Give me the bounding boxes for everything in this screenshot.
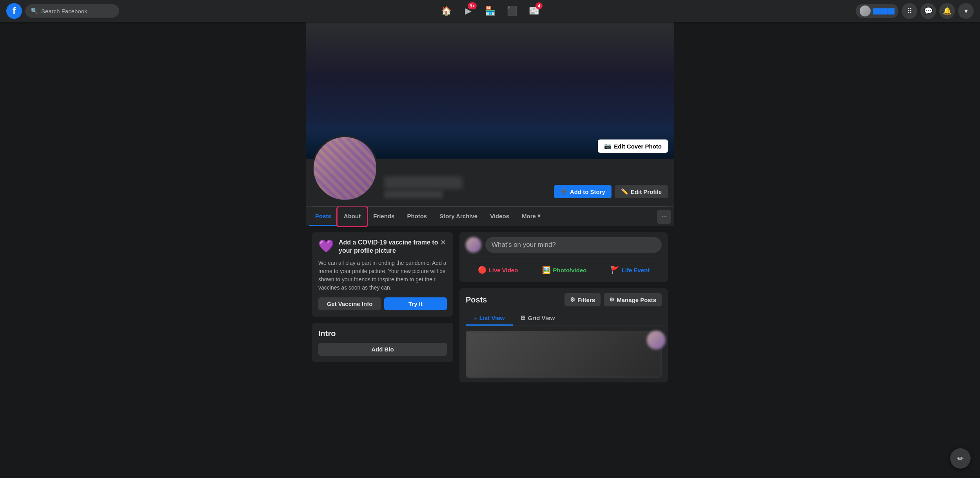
composer-top: What's on your mind? (466, 237, 662, 257)
grid-icon: ⠿ (907, 7, 912, 15)
profile-chip[interactable]: ██████ (856, 4, 898, 18)
list-view-button[interactable]: ≡ List View (466, 311, 513, 326)
floating-edit-button[interactable]: ✏ (950, 448, 971, 469)
grid-menu-button[interactable]: ⠿ (902, 3, 917, 19)
search-icon: 🔍 (31, 7, 38, 14)
photo-video-button[interactable]: 🖼️ Photo/video (536, 263, 593, 277)
manage-posts-button[interactable]: ⚙ Manage Posts (604, 293, 662, 306)
covid-icon: 💜 (318, 239, 334, 255)
composer-avatar (466, 237, 481, 253)
marketplace-nav-button[interactable]: 🏪 (481, 2, 499, 20)
tab-friends[interactable]: Friends (367, 207, 401, 226)
filters-button[interactable]: ⚙ Filters (564, 293, 601, 306)
filters-icon: ⚙ (570, 296, 575, 303)
tab-more[interactable]: More ▾ (515, 207, 547, 226)
live-video-button[interactable]: 🔴 Live Video (472, 263, 524, 277)
post-preview (466, 331, 662, 378)
main-content: ✕ 💜 Add a COVID-19 vaccine frame to your… (306, 226, 674, 389)
post-preview-image (466, 331, 662, 378)
profile-actions: ➕ Add to Story ✏️ Edit Profile (554, 185, 668, 201)
profile-chip-avatar (860, 5, 871, 16)
intro-card: Intro Add Bio (312, 323, 453, 362)
news-badge: 4 (535, 2, 543, 9)
photo-icon: 🖼️ (542, 266, 551, 274)
posts-section-title: Posts (466, 295, 487, 304)
profile-info: ➕ Add to Story ✏️ Edit Profile (306, 159, 674, 206)
chevron-down-icon: ▾ (964, 7, 968, 15)
manage-icon: ⚙ (609, 296, 614, 303)
home-icon: 🏠 (441, 6, 452, 16)
friends-count (384, 190, 443, 198)
tab-posts[interactable]: Posts (309, 207, 338, 226)
right-column: What's on your mind? 🔴 Live Video 🖼️ Pho… (459, 232, 668, 382)
ellipsis-icon: ··· (661, 212, 667, 221)
edit-profile-button[interactable]: ✏️ Edit Profile (615, 185, 668, 198)
profile-name (384, 176, 463, 189)
covid-card-actions: Get Vaccine Info Try It (318, 297, 447, 310)
tab-about[interactable]: About (338, 207, 367, 226)
profile-avatar[interactable] (312, 136, 378, 201)
covid-card-header: 💜 Add a COVID-19 vaccine frame to your p… (318, 239, 447, 255)
pencil-icon: ✏️ (621, 188, 628, 195)
navbar: f 🔍 🏠 ▶ 9+ 🏪 ⬛ 📰 4 ██████ ⠿ (0, 0, 980, 22)
profile-header: ➕ Add to Story ✏️ Edit Profile (312, 159, 668, 206)
life-event-icon: 🚩 (611, 266, 619, 274)
live-video-icon: 🔴 (478, 266, 486, 274)
nav-options-button[interactable]: ··· (657, 210, 671, 224)
profile-text (384, 176, 548, 201)
view-toggle: ≡ List View ⊞ Grid View (466, 311, 662, 326)
search-bar[interactable]: 🔍 (25, 4, 119, 18)
covid-vaccine-card: ✕ 💜 Add a COVID-19 vaccine frame to your… (312, 232, 453, 317)
search-input[interactable] (41, 8, 114, 14)
nav-tabs-inner: Posts About Friends Photos Story Archive… (306, 207, 674, 226)
navbar-center: 🏠 ▶ 9+ 🏪 ⬛ 📰 4 (132, 2, 848, 20)
edit-cover-button[interactable]: 📷 Edit Cover Photo (598, 139, 668, 153)
life-event-button[interactable]: 🚩 Life Event (604, 263, 656, 277)
avatar-image (314, 137, 376, 200)
close-covid-card-button[interactable]: ✕ (437, 237, 448, 248)
tab-videos[interactable]: Videos (484, 207, 515, 226)
post-side-avatar (647, 331, 666, 349)
home-nav-button[interactable]: 🏠 (437, 2, 456, 20)
add-to-story-button[interactable]: ➕ Add to Story (554, 185, 612, 198)
profile-chip-name: ██████ (873, 8, 895, 14)
posts-section: Posts ⚙ Filters ⚙ Manage Posts (459, 288, 668, 382)
left-column: ✕ 💜 Add a COVID-19 vaccine frame to your… (312, 232, 453, 382)
groups-nav-button[interactable]: ⬛ (503, 2, 521, 20)
marketplace-icon: 🏪 (485, 6, 495, 16)
tab-story-archive[interactable]: Story Archive (433, 207, 484, 226)
composer-actions: 🔴 Live Video 🖼️ Photo/video 🚩 Life Event (466, 261, 662, 277)
try-it-button[interactable]: Try It (384, 297, 447, 310)
profile-section: 📷 Edit Cover Photo ➕ Add to S (306, 22, 674, 206)
profile-nav: Posts About Friends Photos Story Archive… (306, 206, 674, 226)
navbar-right: ██████ ⠿ 💬 🔔 ▾ (848, 3, 974, 19)
navbar-left: f 🔍 (6, 3, 132, 19)
posts-header: Posts ⚙ Filters ⚙ Manage Posts (466, 293, 662, 306)
plus-icon: ➕ (560, 188, 568, 195)
grid-view-icon: ⊞ (521, 314, 526, 321)
groups-icon: ⬛ (507, 6, 517, 16)
tab-photos[interactable]: Photos (401, 207, 433, 226)
add-bio-button[interactable]: Add Bio (318, 343, 447, 356)
reels-nav-button[interactable]: ▶ 9+ (459, 2, 477, 20)
post-preview-wrap (466, 331, 662, 378)
grid-view-button[interactable]: ⊞ Grid View (513, 311, 563, 326)
news-nav-button[interactable]: 📰 4 (524, 2, 543, 20)
facebook-logo[interactable]: f (6, 3, 22, 19)
post-composer: What's on your mind? 🔴 Live Video 🖼️ Pho… (459, 232, 668, 282)
messenger-icon: 💬 (924, 7, 933, 15)
covid-card-title: Add a COVID-19 vaccine frame to your pro… (339, 239, 447, 255)
chevron-down-icon: ▾ (537, 212, 541, 219)
list-icon: ≡ (474, 315, 477, 321)
messenger-button[interactable]: 💬 (920, 3, 936, 19)
camera-icon: 📷 (604, 143, 612, 150)
composer-input-field[interactable]: What's on your mind? (485, 237, 662, 253)
edit-icon: ✏ (957, 454, 964, 463)
intro-title: Intro (318, 329, 447, 338)
posts-controls: ⚙ Filters ⚙ Manage Posts (564, 293, 662, 306)
covid-card-description: We can all play a part in ending the pan… (318, 259, 447, 292)
composer-placeholder: What's on your mind? (492, 241, 556, 248)
notifications-button[interactable]: 🔔 (939, 3, 955, 19)
get-vaccine-info-button[interactable]: Get Vaccine Info (318, 297, 381, 310)
account-dropdown-button[interactable]: ▾ (958, 3, 974, 19)
